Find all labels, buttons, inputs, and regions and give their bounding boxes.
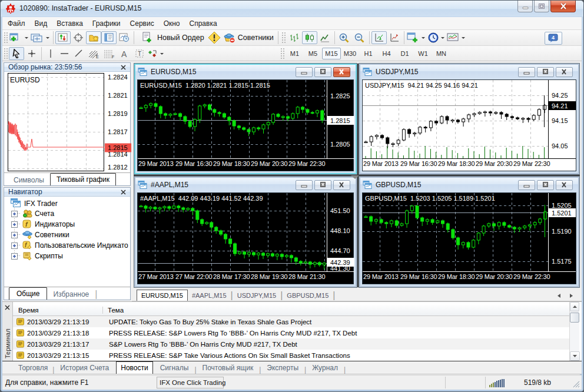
svg-text:A: A	[121, 49, 127, 58]
svg-text:28 Mar 17:30: 28 Mar 17:30	[213, 273, 250, 280]
svg-text:4: 4	[552, 35, 555, 41]
svg-text:1.2821: 1.2821	[108, 92, 128, 99]
svg-text:29 Mar 22:30: 29 Mar 22:30	[288, 160, 326, 167]
svg-text:29 Mar 22:30: 29 Mar 22:30	[513, 273, 550, 280]
svg-text:EURUSD,M15 1.2820 1.2821 1.28: EURUSD,M15 1.2820 1.2821 1.2815 1.2815	[140, 82, 270, 89]
svg-text:USDJPY,M15 94.21 94.25 94.16: USDJPY,M15 94.21 94.25 94.16 94.21	[365, 82, 478, 89]
svg-text:1.5205: 1.5205	[552, 202, 572, 209]
svg-text:F: F	[112, 55, 114, 59]
svg-text:29 Mar 16:30: 29 Mar 16:30	[400, 160, 437, 167]
svg-text:1.2814: 1.2814	[108, 151, 128, 158]
svg-text:448.10: 448.10	[330, 227, 350, 234]
svg-text:29 Mar 18:30: 29 Mar 18:30	[438, 273, 475, 280]
svg-text:29 Mar 20:30: 29 Mar 20:30	[476, 273, 513, 280]
svg-text:94.25: 94.25	[552, 92, 568, 99]
svg-text:94.21: 94.21	[552, 102, 568, 109]
svg-text:1.2817: 1.2817	[108, 128, 128, 135]
svg-text:1.2825: 1.2825	[330, 92, 350, 99]
svg-text:27 Mar 2013: 27 Mar 2013	[138, 273, 174, 280]
svg-text:1.2819: 1.2819	[108, 110, 128, 117]
svg-text:28 Mar 21:30: 28 Mar 21:30	[288, 273, 326, 280]
svg-text:1.5190: 1.5190	[552, 228, 572, 235]
svg-text:29 Mar 22:30: 29 Mar 22:30	[513, 160, 550, 167]
svg-text:1.5201: 1.5201	[552, 210, 572, 217]
svg-text:441.30: 441.30	[330, 265, 350, 272]
svg-text:29 Mar 2013: 29 Mar 2013	[138, 160, 174, 167]
svg-text:1.2812: 1.2812	[108, 164, 128, 171]
svg-text:444.70: 444.70	[330, 247, 350, 254]
svg-text:451.50: 451.50	[330, 207, 350, 214]
svg-text:EURUSD: EURUSD	[10, 76, 40, 84]
svg-text:T: T	[138, 51, 141, 57]
svg-text:29 Mar 20:30: 29 Mar 20:30	[251, 160, 288, 167]
svg-text:#AAPL,M15 442.09 443.19 441.5: #AAPL,M15 442.09 443.19 441.52 442.39	[140, 195, 263, 202]
svg-text:1.2805: 1.2805	[330, 141, 350, 148]
svg-text:29 Mar 18:30: 29 Mar 18:30	[213, 160, 250, 167]
svg-text:29 Mar 18:30: 29 Mar 18:30	[438, 160, 475, 167]
svg-text:29 Mar 16:30: 29 Mar 16:30	[175, 160, 213, 167]
svg-text:28 Mar 19:30: 28 Mar 19:30	[251, 273, 288, 280]
svg-text:1.5175: 1.5175	[552, 258, 572, 265]
svg-text:1.2815: 1.2815	[330, 117, 350, 124]
svg-text:94.05: 94.05	[552, 142, 568, 150]
svg-text:29 Mar 2013: 29 Mar 2013	[363, 273, 399, 280]
svg-text:GBPUSD,M15 1.5203 1.5205 1.51: GBPUSD,M15 1.5203 1.5205 1.5189 1.5201	[365, 195, 495, 202]
svg-text:29 Mar 16:30: 29 Mar 16:30	[400, 273, 437, 280]
svg-text:29 Mar 2013: 29 Mar 2013	[363, 160, 399, 167]
svg-text:94.15: 94.15	[552, 117, 568, 124]
svg-text:27 Mar 22:00: 27 Mar 22:00	[175, 273, 213, 280]
svg-text:29 Mar 20:30: 29 Mar 20:30	[476, 160, 513, 167]
svg-text:1.2824: 1.2824	[108, 74, 128, 81]
svg-text:E: E	[96, 55, 99, 59]
